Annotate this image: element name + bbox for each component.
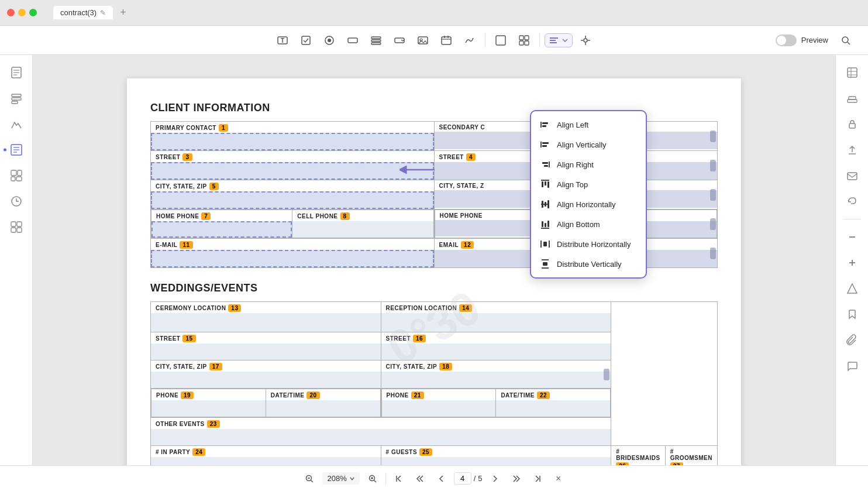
sidebar-fields-icon[interactable]: [6, 88, 27, 109]
preview-toggle[interactable]: Preview: [776, 35, 828, 46]
canvas-area[interactable]: 0°30 CLIENT INFORMATION PRIMARY CONTACT …: [33, 55, 835, 465]
field-input[interactable]: [292, 221, 433, 238]
field-input[interactable]: [381, 372, 611, 388]
field-cell[interactable]: CITY, STATE, ZIP 18: [381, 360, 611, 389]
field-input[interactable]: [151, 344, 381, 360]
field-cell[interactable]: # GUESTS 25: [381, 446, 611, 466]
field-input[interactable]: [151, 372, 381, 388]
radio-tool-button[interactable]: [319, 30, 340, 51]
field-cell[interactable]: PHONE 21: [381, 389, 496, 417]
field-input[interactable]: [151, 162, 434, 180]
date-tool-button[interactable]: [436, 30, 457, 51]
grid-view-button[interactable]: [514, 30, 535, 51]
signature-tool-button[interactable]: [459, 30, 480, 51]
resize-handle[interactable]: [710, 248, 716, 259]
right-table-icon[interactable]: [842, 62, 863, 83]
resize-handle[interactable]: [604, 369, 609, 380]
add-tab-button[interactable]: +: [120, 6, 126, 19]
field-input[interactable]: [381, 344, 611, 360]
resize-handle[interactable]: [710, 218, 716, 230]
field-input[interactable]: [151, 250, 434, 267]
multifield-tool-button[interactable]: [366, 30, 387, 51]
sidebar-signatures-icon[interactable]: [6, 114, 27, 135]
resize-handle[interactable]: [710, 189, 716, 201]
align-vertically-item[interactable]: Align Vertically: [531, 135, 646, 154]
field-cell[interactable]: DATE/TIME 20: [266, 389, 380, 417]
right-layers-icon[interactable]: [842, 88, 863, 109]
field-cell[interactable]: PHONE 19: [151, 389, 266, 417]
document-tab[interactable]: contract(3) ✎: [53, 6, 113, 19]
resize-handle[interactable]: [710, 160, 716, 171]
field-cell[interactable]: E-MAIL 11: [151, 239, 435, 268]
right-bookmark-icon[interactable]: [842, 304, 863, 325]
minimize-button[interactable]: [18, 9, 26, 16]
sidebar-history-icon[interactable]: [6, 191, 27, 212]
nav-next-button[interactable]: [487, 471, 504, 487]
resize-handle[interactable]: [710, 131, 716, 142]
sidebar-form-icon[interactable]: [6, 139, 27, 160]
field-input[interactable]: [151, 313, 381, 332]
fullscreen-button[interactable]: [29, 9, 37, 16]
field-input[interactable]: [496, 400, 610, 417]
close-status-button[interactable]: ×: [550, 471, 567, 487]
combo-tool-button[interactable]: [389, 30, 410, 51]
nav-prev-prev-button[interactable]: [412, 471, 428, 487]
right-attachment-icon[interactable]: [842, 329, 863, 351]
field-input[interactable]: [381, 457, 611, 465]
page-view-button[interactable]: [490, 30, 511, 51]
field-input[interactable]: [151, 133, 434, 150]
nav-last-button[interactable]: [529, 471, 546, 487]
right-chat-icon[interactable]: [842, 355, 863, 376]
field-input[interactable]: [151, 400, 266, 417]
checkbox-tool-button[interactable]: [295, 30, 316, 51]
nav-next-next-button[interactable]: [508, 471, 525, 487]
field-cell[interactable]: DATE/TIME 22: [496, 389, 611, 417]
distribute-horizontally-item[interactable]: Distribute Horizontally: [531, 234, 646, 254]
field-cell[interactable]: CELL PHONE 8: [292, 210, 433, 238]
edit-title-icon[interactable]: ✎: [100, 9, 106, 17]
field-cell[interactable]: HOME PHONE 7: [151, 210, 292, 238]
align-bottom-item[interactable]: Align Bottom: [531, 214, 646, 234]
align-horizontally-item[interactable]: Align Horizontally: [531, 194, 646, 214]
nav-prev-button[interactable]: [433, 471, 449, 487]
zoom-out-button[interactable]: [301, 471, 318, 487]
text-tool-button[interactable]: T: [272, 30, 293, 51]
nav-first-button[interactable]: [391, 471, 407, 487]
field-cell[interactable]: # IN PARTY 24: [151, 446, 381, 466]
field-cell[interactable]: RECEPTION LOCATION 14: [381, 302, 611, 332]
field-cell[interactable]: CEREMONY LOCATION 13: [151, 302, 381, 332]
current-page-input[interactable]: [454, 472, 471, 485]
preview-switch[interactable]: [776, 35, 797, 46]
search-button[interactable]: [835, 30, 856, 51]
field-input[interactable]: [151, 457, 381, 465]
zoom-display[interactable]: 208%: [322, 472, 359, 485]
align-dropdown-button[interactable]: [545, 33, 573, 47]
field-cell[interactable]: CITY, STATE, ZIP 5: [151, 180, 435, 210]
zoom-in-button[interactable]: [364, 471, 381, 487]
sidebar-template-icon[interactable]: [6, 165, 27, 186]
field-cell[interactable]: # BRIDESMAIDS 26: [611, 446, 666, 466]
field-input[interactable]: [151, 221, 292, 238]
field-input[interactable]: [381, 313, 611, 332]
image-tool-button[interactable]: [412, 30, 433, 51]
sidebar-library-icon[interactable]: [6, 217, 27, 238]
field-cell[interactable]: STREET 16: [381, 332, 611, 360]
align-dropdown-menu[interactable]: Align Left Align Vertically Align Right …: [530, 110, 647, 279]
field-cell[interactable]: OTHER EVENTS 23: [151, 418, 611, 446]
field-input[interactable]: [382, 400, 496, 417]
properties-button[interactable]: [575, 30, 596, 51]
right-undo-icon[interactable]: [842, 191, 863, 212]
right-color-icon[interactable]: [842, 278, 863, 299]
field-cell[interactable]: STREET 15: [151, 332, 381, 360]
sidebar-pages-icon[interactable]: [6, 62, 27, 83]
field-cell[interactable]: PRIMARY CONTACT 1: [151, 122, 435, 151]
right-upload-icon[interactable]: [842, 139, 863, 160]
distribute-vertically-item[interactable]: Distribute Vertically: [531, 254, 646, 274]
close-button[interactable]: [7, 9, 15, 16]
align-top-item[interactable]: Align Top: [531, 174, 646, 194]
right-minus-icon[interactable]: [842, 226, 863, 248]
align-right-item[interactable]: Align Right: [531, 154, 646, 174]
right-email-icon[interactable]: [842, 165, 863, 186]
field-input[interactable]: [151, 429, 611, 445]
field-tool-button[interactable]: [342, 30, 363, 51]
